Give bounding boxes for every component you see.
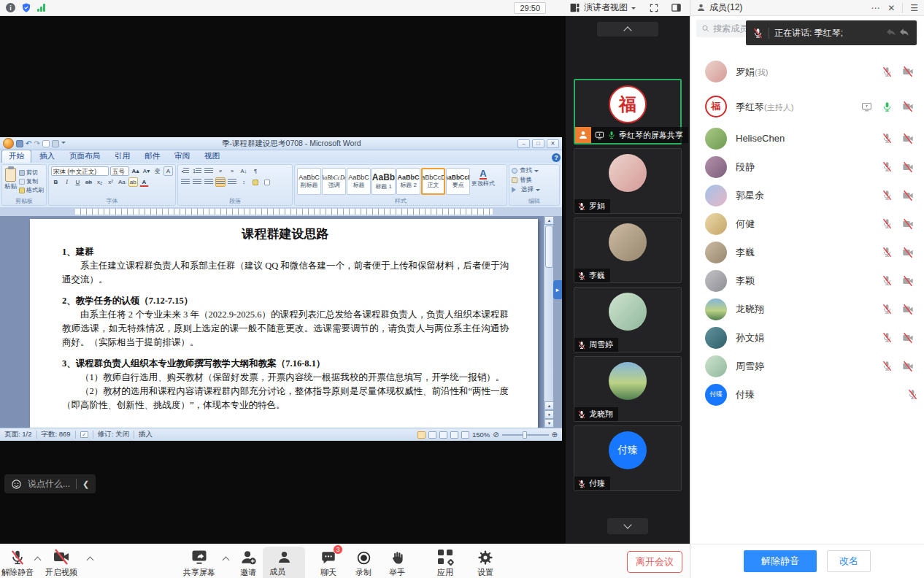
align-right-icon [204, 177, 214, 187]
select-icon [512, 187, 519, 193]
panel-close-button[interactable]: ✕ [888, 3, 895, 13]
tile-label: 龙晓翔 [589, 409, 613, 420]
unmute-all-button[interactable]: 解除静音 [744, 550, 817, 572]
invite-icon [240, 549, 257, 566]
camera-off-icon [902, 218, 914, 230]
mic-muted-icon [577, 341, 586, 350]
member-row[interactable]: 孙文娟 [690, 323, 924, 352]
video-tile[interactable]: 罗娟 [574, 148, 682, 214]
member-row[interactable]: 郭星余 [690, 181, 924, 209]
scroll-up-icon: ▲ [544, 216, 554, 225]
outline-view-icon [450, 431, 458, 439]
sort-icon: A↓ [239, 166, 249, 176]
panel-more-button[interactable]: ⋯ [871, 3, 880, 13]
camera-off-icon [902, 247, 914, 258]
video-tile[interactable]: 付臻 付臻 [574, 425, 682, 491]
member-row[interactable]: 周雪婷 [690, 352, 924, 380]
new-doc-icon [42, 140, 50, 147]
mic-muted-icon [577, 202, 586, 211]
font-name-select: 宋体 (中文正文) [51, 166, 109, 176]
camera-off-icon [902, 304, 914, 315]
avatar [609, 223, 647, 261]
member-row[interactable]: 李颖 [690, 266, 924, 295]
tab-pagelayout: 页面布局 [63, 150, 107, 163]
video-tile[interactable]: 龙晓翔 [574, 356, 682, 422]
menu-icon[interactable]: ☰ [910, 3, 918, 13]
mic-options-chevron[interactable] [34, 557, 42, 564]
invite-button[interactable]: 邀请 [234, 548, 263, 578]
fullscreen-icon [649, 3, 659, 13]
view-mode-button[interactable]: 演讲者视图 [565, 0, 640, 15]
settings-button[interactable]: 设置 [471, 548, 500, 578]
filmstrip-collapse-button[interactable] [597, 22, 658, 36]
member-row[interactable]: 何健 [690, 209, 924, 238]
char-border-icon: A [163, 166, 173, 176]
chat-placeholder[interactable]: 说点什么... [28, 478, 70, 490]
word-document-area: 课程群建设思路 1、建群 系主任建立课程群负责人和系部主任群（建议 QQ 和微信… [0, 216, 562, 428]
style-normal-selected: AaBbCcDd正文 [421, 168, 445, 195]
avatar [705, 327, 727, 349]
paste-button: 粘贴 [4, 166, 17, 197]
shared-screen-area: ↶ ↷ 季-课程群建设思考0708 - Microsoft Word – □ ✕… [0, 16, 566, 544]
member-row[interactable]: HeliseChen [690, 124, 924, 153]
chat-button[interactable]: 3 聊天 [314, 548, 343, 578]
side-panel-toggle-button[interactable] [668, 1, 684, 15]
style-keypoint: AaBbCcD要点 [446, 168, 470, 195]
paste-icon [5, 168, 16, 182]
share-screen-button[interactable]: 共享屏幕 [180, 548, 219, 578]
members-panel-header: 成员(12) ⋯ ✕ ☰ [690, 0, 924, 16]
ribbon-group-clipboard: 粘贴 剪切 复制 格式刷 剪贴板 [1, 164, 47, 206]
chat-collapse-icon[interactable]: ❮ [82, 479, 89, 489]
mic-muted-icon [752, 28, 763, 39]
rename-button[interactable]: 改名 [827, 550, 871, 572]
apps-button[interactable]: 应用 [431, 548, 460, 578]
raise-hand-button[interactable]: 举手 [382, 548, 412, 578]
member-row[interactable]: 罗娟(我) [690, 54, 924, 89]
camera-off-icon [902, 161, 914, 173]
style-emphasis: AaBbCcDd强调 [322, 168, 346, 195]
member-row[interactable]: 付臻 付臻 [690, 380, 924, 409]
tile-label: 付臻 [589, 478, 605, 489]
find-icon [512, 168, 517, 174]
tile-label: 季红琴的屏幕共享 [619, 130, 683, 141]
start-video-button[interactable]: 开启视频 [45, 548, 77, 578]
emoji-icon[interactable] [11, 479, 22, 490]
record-button[interactable]: 录制 [349, 548, 378, 578]
filmstrip-scroll-down-button[interactable] [607, 518, 648, 534]
meeting-info-icon[interactable]: i [6, 3, 15, 12]
qat-menu-icon [61, 142, 66, 146]
member-row[interactable]: 李巍 [690, 238, 924, 266]
shrink-font-icon: A▾ [142, 166, 151, 176]
video-tile[interactable]: 周雪婷 [574, 287, 682, 352]
meeting-topbar: i 29:50 演讲者视图 [0, 0, 690, 16]
redo-icon: ↷ [34, 140, 39, 147]
tab-references: 引用 [108, 150, 136, 163]
tile-label: 周雪婷 [589, 339, 613, 350]
speaking-text: 正在讲话: 季红琴; [774, 27, 843, 39]
fullscreen-button[interactable] [646, 1, 662, 15]
unmute-button[interactable]: 解除静音 [1, 548, 34, 578]
undo-icon: ↶ [26, 140, 31, 147]
style-heading1: AaBb标题 1 [371, 168, 396, 195]
video-tile[interactable]: 李巍 [574, 217, 682, 283]
mic-muted-icon [577, 271, 586, 280]
reply-arrow-icon [885, 27, 897, 39]
member-row[interactable]: 段静 [690, 153, 924, 181]
bullets-icon: • [180, 166, 190, 176]
share-options-chevron[interactable] [223, 557, 230, 564]
members-button[interactable]: 成员(12) [263, 547, 305, 578]
select-button: 选择 [512, 185, 557, 194]
security-shield-icon[interactable] [21, 2, 31, 13]
chat-quick-input[interactable]: 说点什么... ❮ [4, 474, 96, 493]
leave-meeting-button[interactable]: 离开会议 [627, 551, 682, 573]
video-options-chevron[interactable] [87, 557, 94, 564]
video-tile-sharing[interactable]: 福 季红琴的屏幕共享 [574, 79, 682, 144]
mic-muted-icon [882, 361, 893, 371]
tab-insert: 插入 [33, 150, 61, 163]
avatar [705, 298, 727, 320]
member-row[interactable]: 福 季红琴(主持人) [690, 89, 924, 124]
doc-heading: 2、教学任务的认领（7.12-7.15） [62, 294, 509, 308]
member-row[interactable]: 龙晓翔 [690, 295, 924, 323]
avatar: 福 [705, 96, 727, 117]
word-ruler [0, 207, 562, 216]
